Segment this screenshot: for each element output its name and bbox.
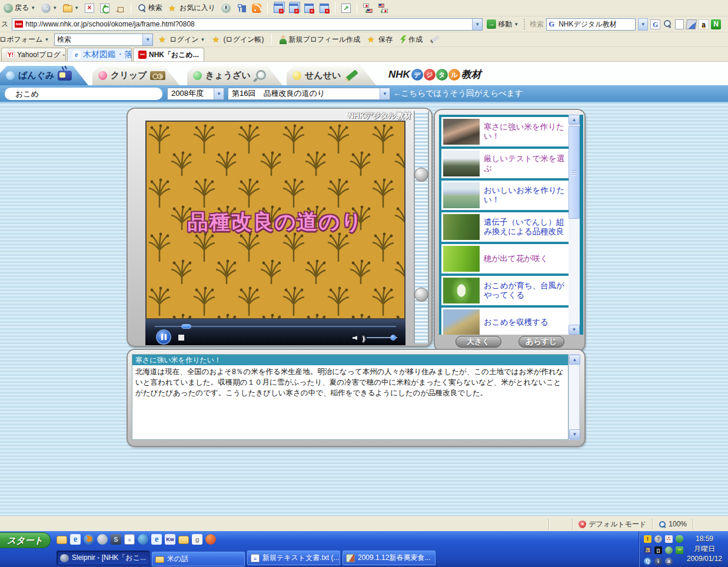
scroll-down-arrow[interactable]: ▼ [569, 325, 580, 335]
nav-tab[interactable]: ばんぐみ [0, 66, 88, 85]
edit-button[interactable] [428, 37, 441, 42]
chapter-label[interactable]: おこめが育ち、台風がやってくる [484, 281, 570, 301]
chapter-thumbnail[interactable] [443, 151, 480, 176]
chapter-label[interactable]: 遺伝子（いでんし）組み換えによる品種改良 [484, 218, 570, 237]
tray-icon[interactable]: i [654, 558, 662, 565]
chapter-label[interactable]: 穂が出て花が咲く [484, 254, 549, 264]
save-button[interactable]: ★保存 [365, 34, 394, 45]
desc-scroll-down-arrow[interactable]: ▼ [569, 429, 580, 439]
refresh-button[interactable] [98, 3, 111, 14]
toolbar-search-input[interactable]: G NHKデジタル教材 [546, 18, 636, 31]
translate-en-jp-button[interactable] [377, 3, 390, 14]
tray-icon[interactable]: ? [654, 535, 662, 543]
tray-icon[interactable]: 茂 [644, 546, 651, 554]
home-button[interactable] [114, 3, 127, 14]
nav-tab[interactable]: せんせい [287, 66, 376, 85]
tray-icon[interactable]: ∴ [665, 535, 673, 543]
task-button[interactable]: ≡ 新規テキスト文書.txt (... [247, 551, 340, 565]
task-button[interactable]: 米の話 [152, 552, 245, 566]
amazon-button[interactable]: a [699, 19, 709, 29]
chapter-thumbnail[interactable] [443, 119, 480, 145]
highlighter-button[interactable] [686, 19, 697, 29]
quick-launch-icon[interactable]: S [111, 534, 121, 545]
quick-launch-icon[interactable]: e [70, 534, 81, 545]
tray-icon[interactable]: [] [654, 546, 662, 554]
close-others-button[interactable] [287, 3, 300, 14]
chapter-thumbnail[interactable] [443, 182, 480, 208]
video-screen[interactable]: 品種改良の道のり [145, 121, 405, 319]
stop-button[interactable]: × [83, 3, 96, 14]
quick-launch-icon[interactable] [56, 536, 67, 544]
chapter-thumbnail[interactable] [443, 278, 480, 303]
strip-knob-top[interactable] [414, 168, 428, 182]
task-button[interactable]: 2009.1.12新春蕎麦食... [343, 551, 436, 565]
url-input[interactable]: NHK http://www.nhk.or.jp/school/okome/ja… [12, 18, 483, 31]
volume-thumb[interactable] [390, 335, 396, 341]
back-button[interactable]: ←戻る▼ [2, 2, 37, 14]
chapter-label[interactable]: おこめを収穫する [484, 318, 550, 327]
episode-select[interactable]: 第16回 品種改良の道のり▼ [228, 88, 390, 100]
chapter-label[interactable]: 寒さに強い米を作りたい！ [484, 122, 570, 142]
quick-launch-icon[interactable]: ≡ [124, 534, 135, 545]
roboform-search-input[interactable]: 検索▼ [54, 34, 153, 46]
history-button[interactable] [220, 3, 232, 14]
search-button[interactable]: 検索 [135, 2, 164, 14]
pause-button[interactable] [156, 329, 171, 345]
go-button[interactable]: →移動▼ [485, 19, 520, 30]
seek-thumb[interactable] [181, 324, 191, 329]
tray-icon[interactable]: ! [644, 535, 651, 543]
close-all-button[interactable] [272, 3, 285, 14]
volume-slider[interactable] [367, 337, 397, 338]
bigger-button[interactable]: 大きく [456, 336, 501, 348]
rss-button[interactable] [250, 3, 263, 14]
quick-launch-icon[interactable] [138, 534, 148, 545]
chapter-item[interactable]: 穂が出て花が咲く [441, 244, 570, 274]
up-folder-button[interactable]: ▼ [61, 3, 81, 13]
chapter-thumbnail[interactable] [443, 309, 480, 335]
google-search-button[interactable]: G [650, 19, 660, 29]
tray-icon[interactable]: Q [644, 558, 651, 565]
chapter-item[interactable]: 遺伝子（いでんし）組み換えによる品種改良 [441, 212, 570, 242]
quick-launch-icon[interactable]: g [192, 534, 202, 545]
forward-button[interactable]: →▼ [39, 3, 59, 14]
browser-tab[interactable]: e 木材図鑑・落... [67, 48, 132, 61]
create-button[interactable]: 作成 [398, 34, 424, 45]
chapter-item[interactable]: おこめが育ち、台風がやってくる [441, 276, 570, 305]
chapter-thumbnail[interactable] [443, 214, 480, 240]
year-select-arrow[interactable]: ▼ [214, 88, 224, 99]
chapter-item[interactable]: おこめを収穫する [441, 308, 570, 335]
search-dropdown[interactable]: ▼ [638, 18, 648, 31]
scroll-thumb[interactable] [569, 126, 580, 219]
volume-icon[interactable] [353, 334, 363, 342]
translate-jp-en-button[interactable] [361, 3, 374, 14]
year-select[interactable]: 2008年度▼ [167, 88, 224, 100]
synopsis-button[interactable]: あらすじ [518, 336, 564, 348]
sitemap-button[interactable] [235, 3, 248, 14]
favorites-button[interactable]: ★お気に入り [167, 2, 217, 14]
nav-tab[interactable]: クリップ [92, 66, 179, 85]
tray-icon[interactable] [665, 546, 673, 554]
quick-launch-icon[interactable]: Kw [165, 534, 175, 545]
url-dropdown[interactable]: ▼ [472, 19, 482, 30]
close-right-button[interactable] [318, 3, 331, 14]
description-scrollbar[interactable]: ▲ ▼ [569, 354, 580, 440]
highlight-page-icon[interactable] [675, 19, 684, 29]
chapter-label[interactable]: 厳しいテストで米を選ぶ [484, 154, 570, 174]
chapter-item[interactable]: 寒さに強い米を作りたい！ [441, 117, 570, 146]
chapter-item[interactable]: おいしいお米を作りたい！ [441, 181, 570, 210]
tray-icon[interactable]: ** [676, 546, 683, 554]
desc-scroll-up-arrow[interactable]: ▲ [569, 355, 580, 365]
quick-launch-icon[interactable]: e [151, 534, 162, 545]
new-profile-button[interactable]: 新規プロフィール作成 [277, 34, 362, 45]
tray-icon[interactable] [676, 535, 683, 543]
new-window-button[interactable]: ↗ [340, 3, 353, 14]
strip-knob-bottom[interactable] [414, 288, 428, 302]
nav-tab[interactable]: きょうざい [187, 66, 282, 85]
scroll-up-arrow[interactable]: ▲ [569, 115, 580, 125]
login-button[interactable]: ★ログイン▼ [157, 34, 207, 45]
close-left-button[interactable] [302, 3, 315, 14]
tray-icon[interactable]: a [665, 558, 673, 565]
chapter-scrollbar[interactable]: ▲ ▼ [569, 115, 580, 335]
chapter-item[interactable]: 厳しいテストで米を選ぶ [441, 149, 570, 178]
browser-tab[interactable]: Y! Yahoo!ブログ - ... [1, 48, 66, 61]
